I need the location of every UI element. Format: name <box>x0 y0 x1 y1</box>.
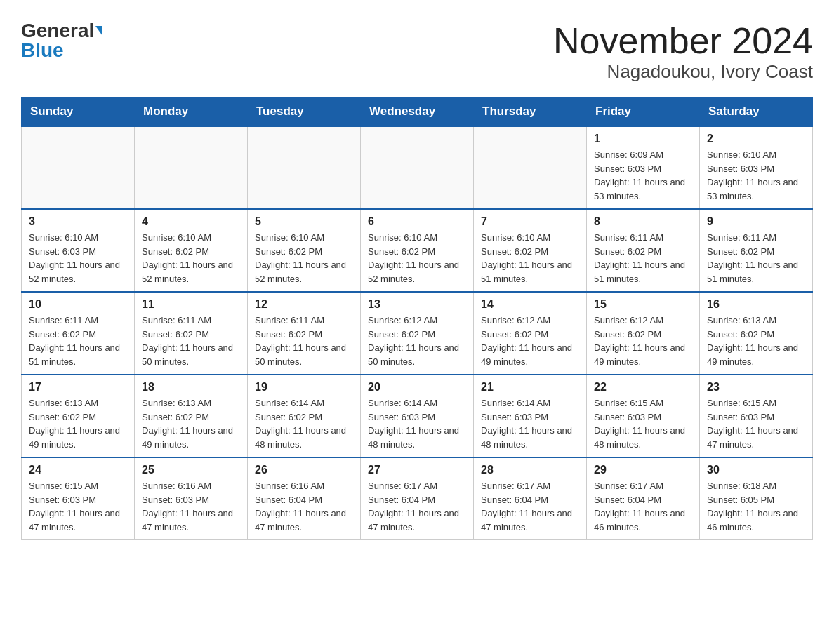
calendar-header-row: Sunday Monday Tuesday Wednesday Thursday… <box>22 98 813 127</box>
calendar-cell: 3Sunrise: 6:10 AMSunset: 6:03 PMDaylight… <box>22 209 135 292</box>
calendar-cell: 28Sunrise: 6:17 AMSunset: 6:04 PMDayligh… <box>474 457 587 540</box>
day-info: Sunrise: 6:13 AMSunset: 6:02 PMDaylight:… <box>142 396 240 451</box>
day-number: 20 <box>368 381 466 394</box>
day-info: Sunrise: 6:17 AMSunset: 6:04 PMDaylight:… <box>594 479 692 534</box>
day-number: 15 <box>594 298 692 311</box>
day-info: Sunrise: 6:10 AMSunset: 6:02 PMDaylight:… <box>142 231 240 286</box>
col-thursday: Thursday <box>474 98 587 127</box>
calendar-cell: 15Sunrise: 6:12 AMSunset: 6:02 PMDayligh… <box>587 292 700 375</box>
calendar-cell: 7Sunrise: 6:10 AMSunset: 6:02 PMDaylight… <box>474 209 587 292</box>
calendar-week-3: 10Sunrise: 6:11 AMSunset: 6:02 PMDayligh… <box>22 292 813 375</box>
day-number: 9 <box>707 215 805 228</box>
day-info: Sunrise: 6:11 AMSunset: 6:02 PMDaylight:… <box>707 231 805 286</box>
day-info: Sunrise: 6:12 AMSunset: 6:02 PMDaylight:… <box>594 314 692 368</box>
calendar-cell <box>361 126 474 209</box>
calendar-cell: 16Sunrise: 6:13 AMSunset: 6:02 PMDayligh… <box>700 292 813 375</box>
day-number: 5 <box>255 215 353 228</box>
day-number: 23 <box>707 381 805 394</box>
location-subtitle: Nagadoukou, Ivory Coast <box>553 61 813 83</box>
month-year-title: November 2024 <box>553 21 813 61</box>
calendar-cell: 11Sunrise: 6:11 AMSunset: 6:02 PMDayligh… <box>135 292 248 375</box>
page-header: General Blue November 2024 Nagadoukou, I… <box>21 21 813 83</box>
day-info: Sunrise: 6:17 AMSunset: 6:04 PMDaylight:… <box>368 479 466 534</box>
calendar-cell: 24Sunrise: 6:15 AMSunset: 6:03 PMDayligh… <box>22 457 135 540</box>
day-info: Sunrise: 6:10 AMSunset: 6:03 PMDaylight:… <box>29 231 127 286</box>
day-info: Sunrise: 6:12 AMSunset: 6:02 PMDaylight:… <box>368 314 466 368</box>
day-info: Sunrise: 6:15 AMSunset: 6:03 PMDaylight:… <box>29 479 127 534</box>
calendar-week-4: 17Sunrise: 6:13 AMSunset: 6:02 PMDayligh… <box>22 375 813 457</box>
day-number: 8 <box>594 215 692 228</box>
day-number: 13 <box>368 298 466 311</box>
logo-general-text: General <box>21 21 94 41</box>
day-number: 7 <box>481 215 579 228</box>
calendar-cell: 17Sunrise: 6:13 AMSunset: 6:02 PMDayligh… <box>22 375 135 457</box>
calendar-cell: 25Sunrise: 6:16 AMSunset: 6:03 PMDayligh… <box>135 457 248 540</box>
day-number: 16 <box>707 298 805 311</box>
day-info: Sunrise: 6:11 AMSunset: 6:02 PMDaylight:… <box>29 314 127 368</box>
calendar-week-2: 3Sunrise: 6:10 AMSunset: 6:03 PMDaylight… <box>22 209 813 292</box>
day-info: Sunrise: 6:16 AMSunset: 6:04 PMDaylight:… <box>255 479 353 534</box>
calendar-cell: 8Sunrise: 6:11 AMSunset: 6:02 PMDaylight… <box>587 209 700 292</box>
day-number: 1 <box>594 133 692 145</box>
col-monday: Monday <box>135 98 248 127</box>
day-number: 18 <box>142 381 240 394</box>
calendar-cell: 27Sunrise: 6:17 AMSunset: 6:04 PMDayligh… <box>361 457 474 540</box>
logo: General Blue <box>21 21 102 60</box>
calendar-cell: 26Sunrise: 6:16 AMSunset: 6:04 PMDayligh… <box>248 457 361 540</box>
day-info: Sunrise: 6:10 AMSunset: 6:02 PMDaylight:… <box>481 231 579 286</box>
calendar-cell: 9Sunrise: 6:11 AMSunset: 6:02 PMDaylight… <box>700 209 813 292</box>
day-info: Sunrise: 6:15 AMSunset: 6:03 PMDaylight:… <box>594 396 692 451</box>
day-number: 19 <box>255 381 353 394</box>
day-number: 10 <box>29 298 127 311</box>
col-tuesday: Tuesday <box>248 98 361 127</box>
day-info: Sunrise: 6:11 AMSunset: 6:02 PMDaylight:… <box>142 314 240 368</box>
day-number: 11 <box>142 298 240 311</box>
col-sunday: Sunday <box>22 98 135 127</box>
day-info: Sunrise: 6:13 AMSunset: 6:02 PMDaylight:… <box>29 396 127 451</box>
calendar-cell <box>135 126 248 209</box>
day-number: 26 <box>255 464 353 476</box>
day-info: Sunrise: 6:15 AMSunset: 6:03 PMDaylight:… <box>707 396 805 451</box>
calendar-cell: 2Sunrise: 6:10 AMSunset: 6:03 PMDaylight… <box>700 126 813 209</box>
day-number: 3 <box>29 215 127 228</box>
calendar-cell: 29Sunrise: 6:17 AMSunset: 6:04 PMDayligh… <box>587 457 700 540</box>
day-info: Sunrise: 6:16 AMSunset: 6:03 PMDaylight:… <box>142 479 240 534</box>
day-number: 14 <box>481 298 579 311</box>
day-info: Sunrise: 6:14 AMSunset: 6:02 PMDaylight:… <box>255 396 353 451</box>
logo-blue-text: Blue <box>21 41 64 60</box>
calendar-week-5: 24Sunrise: 6:15 AMSunset: 6:03 PMDayligh… <box>22 457 813 540</box>
day-info: Sunrise: 6:17 AMSunset: 6:04 PMDaylight:… <box>481 479 579 534</box>
calendar-cell: 30Sunrise: 6:18 AMSunset: 6:05 PMDayligh… <box>700 457 813 540</box>
calendar-cell: 20Sunrise: 6:14 AMSunset: 6:03 PMDayligh… <box>361 375 474 457</box>
calendar-cell: 23Sunrise: 6:15 AMSunset: 6:03 PMDayligh… <box>700 375 813 457</box>
calendar-cell: 12Sunrise: 6:11 AMSunset: 6:02 PMDayligh… <box>248 292 361 375</box>
col-friday: Friday <box>587 98 700 127</box>
logo-arrow-icon <box>95 26 102 36</box>
day-info: Sunrise: 6:18 AMSunset: 6:05 PMDaylight:… <box>707 479 805 534</box>
day-info: Sunrise: 6:13 AMSunset: 6:02 PMDaylight:… <box>707 314 805 368</box>
day-number: 24 <box>29 464 127 476</box>
calendar-cell: 10Sunrise: 6:11 AMSunset: 6:02 PMDayligh… <box>22 292 135 375</box>
col-wednesday: Wednesday <box>361 98 474 127</box>
col-saturday: Saturday <box>700 98 813 127</box>
day-number: 30 <box>707 464 805 476</box>
day-number: 4 <box>142 215 240 228</box>
day-number: 2 <box>707 133 805 145</box>
calendar-cell: 21Sunrise: 6:14 AMSunset: 6:03 PMDayligh… <box>474 375 587 457</box>
calendar-cell <box>474 126 587 209</box>
calendar-cell: 19Sunrise: 6:14 AMSunset: 6:02 PMDayligh… <box>248 375 361 457</box>
day-number: 28 <box>481 464 579 476</box>
day-number: 17 <box>29 381 127 394</box>
calendar-cell: 6Sunrise: 6:10 AMSunset: 6:02 PMDaylight… <box>361 209 474 292</box>
day-number: 22 <box>594 381 692 394</box>
calendar-cell: 22Sunrise: 6:15 AMSunset: 6:03 PMDayligh… <box>587 375 700 457</box>
day-number: 21 <box>481 381 579 394</box>
day-info: Sunrise: 6:12 AMSunset: 6:02 PMDaylight:… <box>481 314 579 368</box>
calendar-cell: 18Sunrise: 6:13 AMSunset: 6:02 PMDayligh… <box>135 375 248 457</box>
calendar-cell: 1Sunrise: 6:09 AMSunset: 6:03 PMDaylight… <box>587 126 700 209</box>
calendar-cell: 14Sunrise: 6:12 AMSunset: 6:02 PMDayligh… <box>474 292 587 375</box>
day-number: 27 <box>368 464 466 476</box>
calendar-table: Sunday Monday Tuesday Wednesday Thursday… <box>21 97 813 540</box>
day-info: Sunrise: 6:10 AMSunset: 6:03 PMDaylight:… <box>707 148 805 203</box>
day-info: Sunrise: 6:11 AMSunset: 6:02 PMDaylight:… <box>255 314 353 368</box>
